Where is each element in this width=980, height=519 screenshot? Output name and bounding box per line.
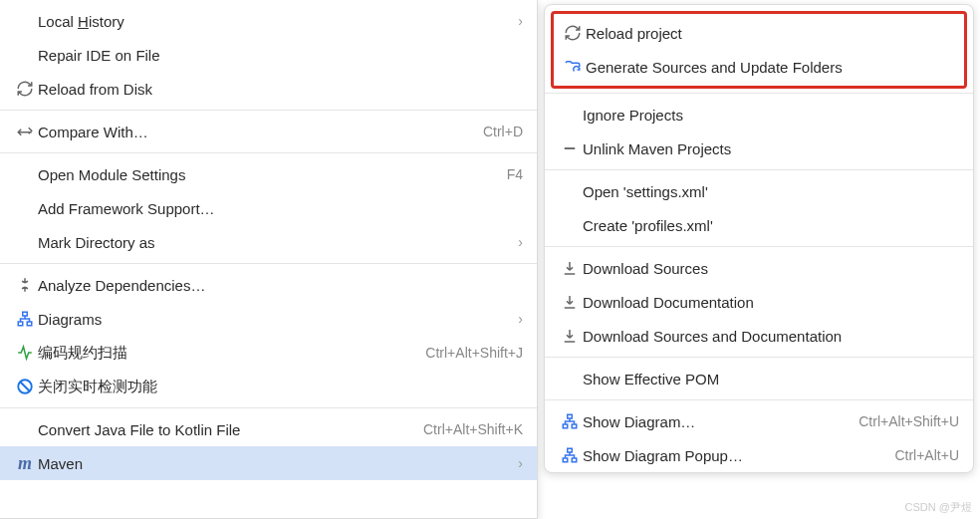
menu-separator bbox=[545, 169, 973, 170]
watermark: CSDN @尹煜 bbox=[905, 500, 972, 515]
menu-item-reload-disk[interactable]: Reload from Disk bbox=[0, 72, 537, 106]
disable-icon bbox=[12, 378, 38, 395]
menu-item-reload-project[interactable]: Reload project bbox=[554, 16, 964, 50]
context-menu-main: Local History › Repair IDE on File Reloa… bbox=[0, 0, 538, 519]
download-icon bbox=[557, 327, 583, 345]
menu-shortcut: Ctrl+Alt+Shift+J bbox=[425, 345, 523, 361]
menu-separator bbox=[0, 152, 537, 153]
menu-separator bbox=[545, 93, 973, 94]
folder-refresh-icon bbox=[560, 58, 586, 76]
svg-rect-1 bbox=[18, 322, 23, 326]
menu-label: Reload project bbox=[586, 25, 950, 42]
download-icon bbox=[557, 293, 583, 311]
menu-label: Ignore Projects bbox=[583, 107, 959, 124]
highlighted-section: Reload project Generate Sources and Upda… bbox=[551, 11, 967, 89]
menu-separator bbox=[545, 399, 973, 400]
menu-shortcut: Ctrl+D bbox=[483, 124, 523, 139]
submenu-arrow-icon: › bbox=[518, 311, 523, 327]
menu-label: Maven bbox=[38, 455, 510, 472]
menu-label: Show Effective POM bbox=[583, 371, 959, 388]
menu-separator bbox=[0, 407, 537, 408]
menu-label: Download Sources and Documentation bbox=[583, 328, 959, 345]
svg-rect-6 bbox=[572, 424, 577, 428]
menu-label: Create 'profiles.xml' bbox=[583, 217, 959, 234]
menu-item-mark-directory[interactable]: Mark Directory as › bbox=[0, 225, 537, 259]
menu-item-download-both[interactable]: Download Sources and Documentation bbox=[545, 319, 973, 353]
menu-label: Mark Directory as bbox=[38, 234, 510, 251]
download-icon bbox=[557, 259, 583, 277]
menu-label: Repair IDE on File bbox=[38, 47, 523, 64]
menu-label: Local History bbox=[38, 13, 510, 30]
reload-icon bbox=[12, 80, 38, 98]
menu-label: Analyze Dependencies… bbox=[38, 277, 523, 294]
svg-rect-0 bbox=[23, 312, 28, 316]
minus-icon bbox=[557, 139, 583, 157]
menu-item-ignore-projects[interactable]: Ignore Projects bbox=[545, 98, 973, 131]
menu-shortcut: Ctrl+Alt+Shift+K bbox=[423, 421, 523, 437]
menu-label: 编码规约扫描 bbox=[38, 344, 413, 363]
menu-item-diagrams[interactable]: Diagrams › bbox=[0, 302, 537, 336]
submenu-arrow-icon: › bbox=[518, 13, 523, 29]
submenu-arrow-icon: › bbox=[518, 234, 523, 250]
svg-rect-2 bbox=[27, 322, 32, 326]
menu-item-download-sources[interactable]: Download Sources bbox=[545, 251, 973, 285]
menu-item-show-diagram[interactable]: Show Diagram… Ctrl+Alt+Shift+U bbox=[545, 404, 973, 438]
menu-label: Add Framework Support… bbox=[38, 200, 523, 217]
menu-item-show-pom[interactable]: Show Effective POM bbox=[545, 362, 973, 395]
reload-icon bbox=[560, 24, 586, 42]
menu-shortcut: Ctrl+Alt+Shift+U bbox=[858, 413, 959, 429]
menu-label: Reload from Disk bbox=[38, 81, 523, 98]
menu-item-show-diagram-popup[interactable]: Show Diagram Popup… Ctrl+Alt+U bbox=[545, 438, 973, 472]
context-submenu-maven: Reload project Generate Sources and Upda… bbox=[544, 4, 974, 473]
svg-rect-5 bbox=[563, 424, 568, 428]
menu-item-code-scan[interactable]: 编码规约扫描 Ctrl+Alt+Shift+J bbox=[0, 336, 537, 370]
menu-item-open-module[interactable]: Open Module Settings F4 bbox=[0, 157, 537, 191]
menu-shortcut: F4 bbox=[507, 166, 523, 182]
menu-label: Show Diagram Popup… bbox=[583, 447, 882, 464]
menu-separator bbox=[0, 263, 537, 264]
menu-shortcut: Ctrl+Alt+U bbox=[894, 447, 959, 463]
scan-icon bbox=[12, 344, 38, 362]
menu-separator bbox=[545, 246, 973, 247]
menu-label: Open 'settings.xml' bbox=[583, 183, 959, 200]
menu-item-add-framework[interactable]: Add Framework Support… bbox=[0, 191, 537, 225]
svg-rect-7 bbox=[568, 448, 573, 452]
menu-label: Open Module Settings bbox=[38, 166, 495, 183]
diagram-icon bbox=[557, 446, 583, 464]
menu-label: Compare With… bbox=[38, 124, 471, 140]
menu-label: Show Diagram… bbox=[583, 413, 847, 430]
menu-label: Diagrams bbox=[38, 311, 510, 328]
maven-icon: m bbox=[12, 453, 38, 474]
svg-rect-8 bbox=[563, 458, 568, 462]
menu-item-generate-sources[interactable]: Generate Sources and Update Folders bbox=[554, 50, 964, 84]
menu-label: Download Documentation bbox=[583, 294, 959, 311]
menu-item-download-docs[interactable]: Download Documentation bbox=[545, 285, 973, 319]
analyze-icon bbox=[12, 276, 38, 294]
menu-item-create-profiles-xml[interactable]: Create 'profiles.xml' bbox=[545, 208, 973, 242]
diagram-icon bbox=[12, 310, 38, 328]
compare-icon bbox=[12, 123, 38, 140]
svg-rect-4 bbox=[568, 414, 573, 418]
menu-label: Generate Sources and Update Folders bbox=[586, 59, 950, 76]
menu-item-analyze-deps[interactable]: Analyze Dependencies… bbox=[0, 268, 537, 302]
menu-label: 关闭实时检测功能 bbox=[38, 378, 523, 396]
menu-label: Convert Java File to Kotlin File bbox=[38, 421, 411, 438]
menu-item-local-history[interactable]: Local History › bbox=[0, 4, 537, 38]
menu-item-maven[interactable]: m Maven › bbox=[0, 446, 537, 480]
menu-label: Download Sources bbox=[583, 260, 959, 277]
menu-item-compare-with[interactable]: Compare With… Ctrl+D bbox=[0, 115, 537, 148]
menu-item-convert-kotlin[interactable]: Convert Java File to Kotlin File Ctrl+Al… bbox=[0, 412, 537, 446]
menu-separator bbox=[545, 357, 973, 358]
menu-item-disable-realtime[interactable]: 关闭实时检测功能 bbox=[0, 370, 537, 403]
menu-item-repair-ide[interactable]: Repair IDE on File bbox=[0, 38, 537, 72]
menu-label: Unlink Maven Projects bbox=[583, 140, 959, 157]
submenu-arrow-icon: › bbox=[518, 455, 523, 471]
menu-item-open-settings-xml[interactable]: Open 'settings.xml' bbox=[545, 174, 973, 208]
menu-item-unlink-maven[interactable]: Unlink Maven Projects bbox=[545, 131, 973, 165]
menu-separator bbox=[0, 110, 537, 111]
svg-rect-9 bbox=[572, 458, 577, 462]
diagram-icon bbox=[557, 412, 583, 430]
